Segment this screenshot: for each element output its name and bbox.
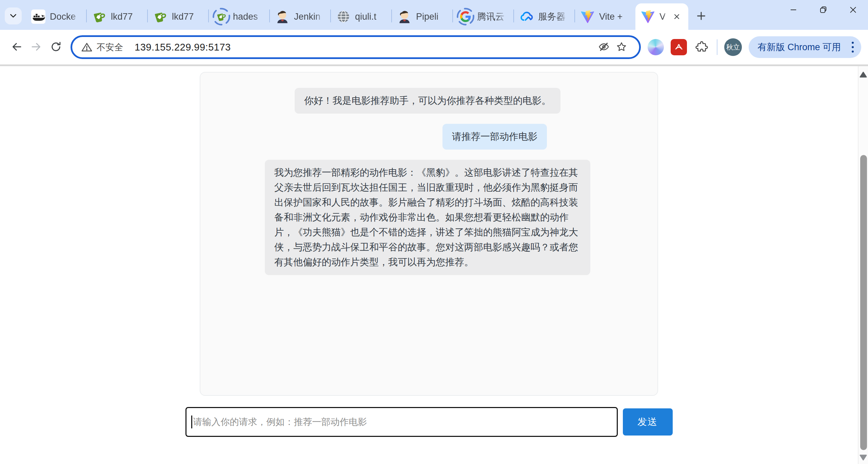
star-icon [616, 41, 627, 54]
chat-message-panel: 你好！我是电影推荐助手，可以为你推荐各种类型的电影。请推荐一部动作电影我为您推荐… [200, 72, 658, 396]
browser-tab-11[interactable]: V [635, 3, 688, 30]
chat-message-assistant: 我为您推荐一部精彩的动作电影：《黑豹》。这部电影讲述了特查拉在其父亲去世后回到瓦… [265, 160, 590, 275]
tab-label: Pipeli [416, 12, 447, 22]
tab-close-button[interactable] [671, 11, 683, 23]
profile-avatar[interactable]: 秋立 [724, 38, 742, 56]
scroll-down-arrow[interactable] [860, 455, 867, 461]
browser-tab-4[interactable]: hades [209, 3, 269, 30]
acrobat-glyph-icon [673, 41, 685, 54]
window-controls [778, 0, 868, 30]
send-button[interactable]: 发送 [623, 408, 673, 436]
restore-button[interactable] [808, 0, 838, 20]
security-label[interactable]: 不安全 [97, 41, 123, 53]
qcloud-favicon [519, 9, 534, 24]
menu-kebab-icon[interactable] [848, 42, 857, 53]
gitea-favicon [92, 9, 106, 24]
browser-tab-6[interactable]: qiuli.t [331, 3, 391, 30]
tab-label: lkd77 [111, 12, 142, 22]
loading-spinner-icon [212, 7, 231, 26]
jenkins-favicon [275, 9, 290, 24]
extension-swirl-icon[interactable] [648, 39, 664, 55]
tab-label: hades [233, 12, 264, 22]
vite-favicon [641, 9, 655, 24]
toolbar-right-cluster: 秋立 有新版 Chrome 可用 [648, 36, 861, 58]
bookmark-star-button[interactable] [613, 38, 630, 56]
tab-strip: Dockelkd77lkd77hadesJenkinqiuli.tPipeli腾… [0, 0, 868, 30]
tab-list: Dockelkd77lkd77hadesJenkinqiuli.tPipeli腾… [26, 0, 688, 30]
text-caret [191, 415, 192, 428]
tab-search-button[interactable] [5, 7, 22, 24]
browser-tab-8[interactable]: 腾讯云 [453, 3, 513, 30]
address-bar[interactable]: 不安全 139.155.229.99:5173 [71, 35, 641, 59]
page-viewport: 你好！我是电影推荐助手，可以为你推荐各种类型的电影。请推荐一部动作电影我为您推荐… [0, 66, 868, 464]
chat-input-wrap [185, 407, 618, 437]
update-chip-label: 有新版 Chrome 可用 [757, 41, 841, 53]
chat-message-assistant: 你好！我是电影推荐助手，可以为你推荐各种类型的电影。 [295, 88, 560, 114]
chat-input[interactable] [185, 407, 618, 437]
tab-label: 服务器 [538, 11, 569, 23]
puzzle-icon [695, 40, 708, 54]
minimize-button[interactable] [778, 0, 808, 20]
tab-label: Vite + [599, 12, 630, 22]
browser-tab-10[interactable]: Vite + [575, 3, 635, 30]
browser-tab-2[interactable]: lkd77 [87, 3, 147, 30]
not-secure-warning-icon [81, 41, 93, 53]
jenkins-favicon [397, 9, 412, 24]
browser-tab-1[interactable]: Docke [26, 3, 86, 30]
browser-tab-3[interactable]: lkd77 [148, 3, 208, 30]
close-icon [848, 5, 858, 16]
scrollbar-thumb[interactable] [860, 155, 867, 450]
browser-tab-9[interactable]: 服务器 [514, 3, 574, 30]
browser-toolbar: 不安全 139.155.229.99:5173 秋立 有新版 Chrome 可用 [0, 30, 868, 66]
browser-tab-5[interactable]: Jenkin [270, 3, 330, 30]
reload-icon [50, 41, 62, 54]
vite-favicon [580, 9, 595, 24]
docker-favicon [31, 9, 45, 24]
back-arrow-icon [11, 41, 23, 54]
extensions-puzzle-button[interactable] [694, 39, 710, 55]
chat-input-row: 发送 [185, 407, 673, 437]
page-content: 你好！我是电影推荐助手，可以为你推荐各种类型的电影。请推荐一部动作电影我为您推荐… [0, 66, 858, 464]
page-scrollbar[interactable] [858, 66, 868, 464]
acrobat-extension-icon[interactable] [671, 39, 687, 55]
forward-button[interactable] [26, 37, 46, 57]
chevron-down-icon [8, 11, 18, 22]
back-button[interactable] [7, 37, 26, 57]
reload-button[interactable] [46, 37, 66, 57]
google-favicon [458, 9, 473, 24]
scroll-up-arrow[interactable] [860, 72, 867, 78]
eye-off-icon [598, 41, 610, 54]
gitea-favicon [153, 9, 167, 24]
tab-label: 腾讯云 [477, 11, 508, 23]
tab-label: V [659, 12, 666, 22]
minimize-icon [789, 5, 798, 16]
toolbar-divider [717, 39, 717, 55]
tab-label: qiuli.t [355, 12, 386, 22]
new-tab-button[interactable] [692, 7, 711, 26]
browser-window: Dockelkd77lkd77hadesJenkinqiuli.tPipeli腾… [0, 0, 868, 464]
url-text[interactable]: 139.155.229.99:5173 [135, 42, 595, 53]
forward-arrow-icon [30, 41, 42, 54]
plus-icon [695, 10, 707, 23]
tab-label: Docke [50, 12, 81, 22]
chrome-update-chip[interactable]: 有新版 Chrome 可用 [749, 36, 861, 58]
loading-spinner-icon [456, 7, 475, 26]
chat-message-user: 请推荐一部动作电影 [442, 124, 547, 150]
globe-favicon [336, 9, 351, 24]
restore-icon [818, 5, 828, 16]
tab-label: lkd77 [172, 12, 203, 22]
password-eye-off-button[interactable] [595, 38, 613, 56]
gitea-favicon [214, 9, 229, 24]
browser-tab-7[interactable]: Pipeli [392, 3, 452, 30]
tab-label: Jenkin [294, 12, 325, 22]
close-window-button[interactable] [838, 0, 868, 20]
message-list: 你好！我是电影推荐助手，可以为你推荐各种类型的电影。请推荐一部动作电影我为您推荐… [265, 88, 590, 275]
